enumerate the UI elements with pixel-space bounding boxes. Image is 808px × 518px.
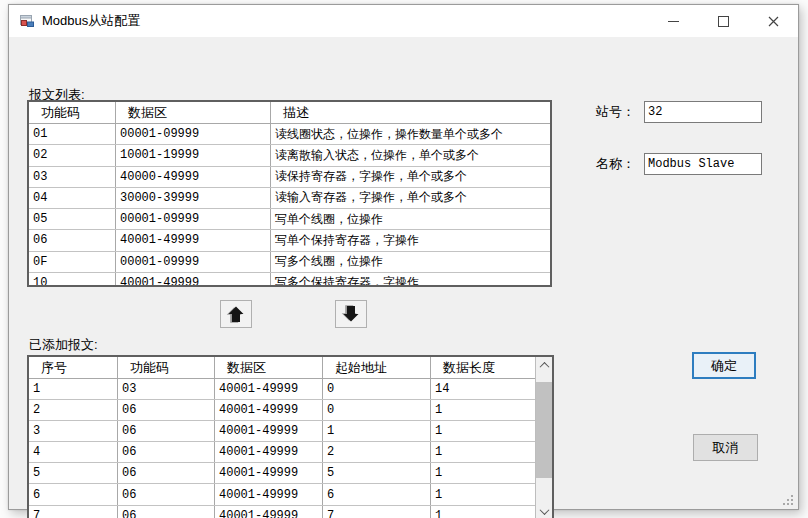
table-cell: 06 [118,484,215,504]
column-header-start-address[interactable]: 起始地址 [323,357,431,378]
table-cell: 00001-09999 [116,252,271,272]
table-cell: 读输入寄存器，字操作，单个或多个 [271,188,550,208]
table-cell: 00001-09999 [116,209,271,229]
table-cell: 40001-49999 [116,273,271,287]
arrow-down-icon [341,304,361,324]
table-cell: 2 [29,400,118,420]
table-row[interactable]: 1040001-49999写多个保持寄存器，字操作 [29,273,550,287]
close-button[interactable] [748,5,798,37]
table-row[interactable]: 70640001-4999971 [29,506,535,518]
table-row[interactable]: 20640001-4999901 [29,400,535,421]
modbus-slave-config-window: Modbus从站配置 报文列表: 功能码 [8,4,799,510]
table-cell: 读线圈状态，位操作，操作数量单个或多个 [271,124,550,144]
added-list-label: 已添加报文: [29,336,98,354]
name-input[interactable] [644,153,762,175]
table-cell: 写多个保持寄存器，字操作 [271,273,550,287]
table-cell: 40001-49999 [116,230,271,250]
screen: Modbus从站配置 报文列表: 功能码 [0,0,808,518]
vertical-scrollbar[interactable] [535,357,552,518]
column-header-function-code[interactable]: 功能码 [29,102,116,123]
table-row[interactable]: 0640001-49999写单个保持寄存器，字操作 [29,230,550,251]
table-cell: 10 [29,273,116,287]
client-area: 报文列表: 功能码 数据区 描述 0100001-09999读线圈状态，位操作，… [9,37,798,509]
column-header-data-area[interactable]: 数据区 [215,357,323,378]
move-down-button[interactable] [335,300,367,328]
station-input[interactable] [644,101,762,123]
table-cell: 写单个保持寄存器，字操作 [271,230,550,250]
table-cell: 05 [29,209,116,229]
table-cell: 7 [29,506,118,518]
table-cell: 10001-19999 [116,145,271,165]
table-cell: 3 [29,421,118,441]
table-row[interactable]: 0340000-49999读保持寄存器，字操作，单个或多个 [29,167,550,188]
table-cell: 06 [118,400,215,420]
table-cell: 40001-49999 [215,506,323,518]
table-row[interactable]: 50640001-4999951 [29,463,535,484]
table-cell: 读离散输入状态，位操作，单个或多个 [271,145,550,165]
resize-grip[interactable] [783,495,794,506]
scroll-up-button[interactable] [536,357,552,373]
table-cell: 06 [118,506,215,518]
added-list-body: 10340001-4999901420640001-49999013064000… [29,379,535,518]
minimize-button[interactable] [648,5,698,37]
table-row[interactable]: 0430000-39999读输入寄存器，字操作，单个或多个 [29,188,550,209]
table-cell: 1 [431,421,535,441]
column-header-data-length[interactable]: 数据长度 [431,357,535,378]
table-cell: 06 [29,230,116,250]
table-cell: 6 [29,484,118,504]
table-cell: 06 [118,421,215,441]
table-cell: 00001-09999 [116,124,271,144]
maximize-icon [718,16,729,27]
table-cell: 04 [29,188,116,208]
arrow-up-icon [226,304,246,324]
table-row[interactable]: 0100001-09999读线圈状态，位操作，操作数量单个或多个 [29,124,550,145]
cancel-button[interactable]: 取消 [693,434,758,461]
ok-button[interactable]: 确定 [692,352,756,379]
table-cell: 1 [323,421,431,441]
column-header-description[interactable]: 描述 [271,102,550,123]
table-cell: 1 [431,400,535,420]
chevron-down-icon [539,505,549,515]
table-cell: 30000-39999 [116,188,271,208]
table-cell: 40001-49999 [215,400,323,420]
table-row[interactable]: 0210001-19999读离散输入状态，位操作，单个或多个 [29,145,550,166]
added-list-header-row: 序号 功能码 数据区 起始地址 数据长度 [29,357,535,379]
table-cell: 01 [29,124,116,144]
table-cell: 2 [323,442,431,462]
table-cell: 写单个线圈，位操作 [271,209,550,229]
message-list-body: 0100001-09999读线圈状态，位操作，操作数量单个或多个0210001-… [29,124,550,287]
table-cell: 写多个线圈，位操作 [271,252,550,272]
scroll-down-button[interactable] [536,503,552,518]
table-cell: 14 [431,379,535,399]
table-cell: 0 [323,400,431,420]
table-cell: 06 [118,463,215,483]
maximize-button[interactable] [698,5,748,37]
added-list-table: 序号 功能码 数据区 起始地址 数据长度 10340001-4999901420… [27,355,554,518]
table-row[interactable]: 10340001-49999014 [29,379,535,400]
column-header-data-area[interactable]: 数据区 [116,102,271,123]
table-row[interactable]: 0500001-09999写单个线圈，位操作 [29,209,550,230]
table-cell: 7 [323,506,431,518]
table-cell: 0F [29,252,116,272]
table-cell: 03 [29,167,116,187]
table-cell: 5 [29,463,118,483]
column-header-index[interactable]: 序号 [29,357,118,378]
table-cell: 02 [29,145,116,165]
table-row[interactable]: 40640001-4999921 [29,442,535,463]
name-label: 名称： [596,155,635,173]
table-cell: 40001-49999 [215,379,323,399]
table-cell: 40001-49999 [215,484,323,504]
scrollbar-thumb[interactable] [536,382,552,478]
table-cell: 40001-49999 [215,421,323,441]
column-header-function-code[interactable]: 功能码 [118,357,215,378]
titlebar[interactable]: Modbus从站配置 [9,5,798,37]
table-cell: 1 [431,442,535,462]
table-row[interactable]: 0F00001-09999写多个线圈，位操作 [29,252,550,273]
close-icon [768,16,779,27]
minimize-icon [668,21,679,22]
move-up-button[interactable] [220,300,252,328]
table-row[interactable]: 60640001-4999961 [29,484,535,505]
table-cell: 0 [323,379,431,399]
table-cell: 06 [118,442,215,462]
table-row[interactable]: 30640001-4999911 [29,421,535,442]
